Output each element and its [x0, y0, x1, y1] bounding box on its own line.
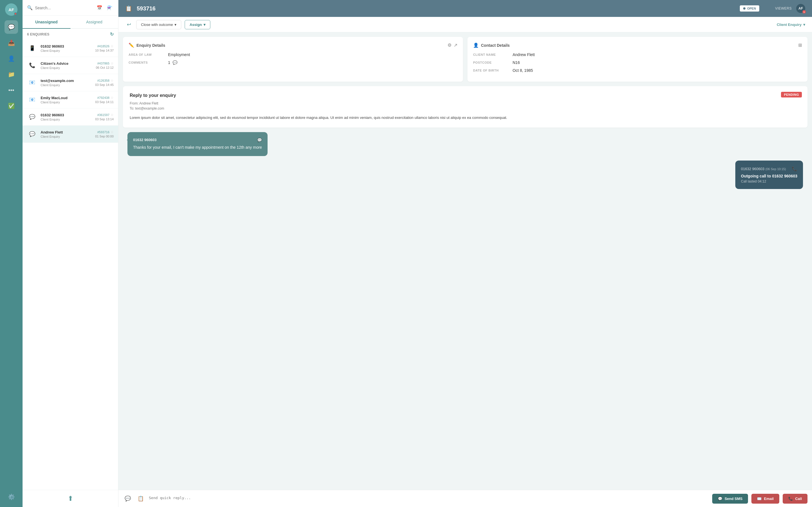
enquiry-id-4: #361597 ☆: [95, 113, 114, 117]
enquiry-id-3: #792438 ☆: [95, 96, 114, 100]
user-avatar[interactable]: AF: [5, 3, 17, 16]
assign-button[interactable]: Assign ▾: [185, 20, 210, 29]
sms-phone: 01632 960603: [133, 138, 156, 142]
nav-icon-chat[interactable]: 💬: [4, 20, 18, 34]
filter-icon[interactable]: ⚗️: [106, 4, 114, 11]
nav-icon-tasks[interactable]: ✅: [4, 99, 18, 113]
enquiry-list: 📱 01632 960603 Client Enquiry #418526 ☆ …: [22, 40, 118, 490]
client-enquiry-dropdown[interactable]: Client Enquiry ▾: [777, 22, 805, 27]
bottom-bar: 💬 📋 💬 Send SMS ✉️ Email 📞 Call: [118, 490, 812, 507]
email-body: Lorem ipsum dolor sit amet, consectetur …: [130, 115, 801, 121]
comments-row: COMMENTS 1 💬: [129, 60, 457, 65]
enquiry-date-5: 01 Sep 00:00: [95, 135, 114, 138]
content-area: ✏️ Enquiry Details ⚙ ↗ AREA OF LAW Emplo…: [118, 33, 812, 490]
search-icon: 🔍: [27, 5, 33, 10]
dob-value: Oct 8, 1985: [513, 68, 533, 73]
details-row: ✏️ Enquiry Details ⚙ ↗ AREA OF LAW Emplo…: [123, 37, 808, 82]
enquiry-item-5[interactable]: 💬 Andrew Flett Client Enquiry #593716 ☆ …: [22, 126, 118, 143]
send-sms-button[interactable]: 💬 Send SMS: [712, 494, 748, 504]
star-icon-0[interactable]: ☆: [110, 44, 114, 48]
enquiry-icon-2: 📧: [27, 77, 37, 88]
enquiry-icon-5: 💬: [27, 129, 37, 139]
sidebar: 🔍 📅 ⚗️ Unassigned Assigned 6 ENQUIRIES ↻…: [22, 0, 118, 507]
share-settings-icon[interactable]: ⚙: [448, 43, 451, 48]
search-input[interactable]: [35, 6, 93, 10]
enquiry-name-0: 01632 960603: [41, 44, 92, 48]
email-send-icon: ✉️: [757, 497, 762, 501]
enquiry-icon-3: 📧: [27, 95, 37, 105]
tab-unassigned[interactable]: Unassigned: [22, 16, 70, 28]
sms-icon: 💬: [257, 138, 262, 142]
chevron-down-icon: ▾: [174, 22, 176, 27]
pending-badge: PENDING: [781, 92, 802, 98]
enquiry-id-5: #593716 ☆: [95, 130, 114, 134]
enquiry-type-1: Client Enquiry: [41, 66, 93, 69]
enquiry-item-4[interactable]: 💬 01632 960603 Client Enquiry #361597 ☆ …: [22, 108, 118, 126]
messages-wrapper: 01632 960603 💬 Thanks for your email, I …: [123, 132, 808, 189]
close-with-outcome-button[interactable]: Close with outcome ▾: [136, 20, 181, 29]
viewers-avatar: AF 1: [796, 4, 805, 13]
calendar-icon[interactable]: 📅: [96, 4, 103, 11]
star-icon-3[interactable]: ☆: [110, 96, 114, 100]
area-of-law-value: Employment: [168, 52, 190, 57]
enquiry-name-5: Andrew Flett: [41, 130, 92, 134]
share-icon[interactable]: ↗: [454, 43, 457, 48]
enquiry-id-0: #418526 ☆: [95, 44, 114, 48]
enquiry-id-1: #437865 ☆: [96, 61, 114, 65]
star-icon-1[interactable]: ☆: [110, 61, 114, 65]
star-icon-5[interactable]: ☆: [110, 130, 114, 134]
enquiry-icon-1: 📞: [27, 60, 37, 70]
star-icon-2[interactable]: ☆: [110, 78, 114, 82]
comment-icon[interactable]: 💬: [172, 60, 177, 65]
postcode-value: N16: [513, 60, 520, 65]
attachment-icon[interactable]: 📋: [136, 494, 146, 503]
header-status-badge: OPEN: [740, 5, 759, 11]
call-button[interactable]: 📞 Call: [783, 494, 808, 504]
enquiry-date-0: 10 Sep 14:37: [95, 49, 114, 52]
email-reply-title: Reply to your enquiry: [130, 93, 801, 98]
sms-send-icon: 💬: [718, 497, 722, 501]
sidebar-tabs: Unassigned Assigned: [22, 16, 118, 29]
call-icon: 📞: [792, 166, 797, 172]
enquiry-date-3: 03 Sep 14:11: [95, 100, 114, 104]
enquiry-date-2: 03 Sep 14:45: [95, 83, 114, 87]
main-header: 📋 593716 OPEN VIEWERS AF 1: [118, 0, 812, 17]
dob-row: DATE OF BIRTH Oct 8, 1985: [473, 68, 802, 73]
sidebar-header: 6 ENQUIRIES ↻: [22, 29, 118, 40]
star-icon-4[interactable]: ☆: [110, 113, 114, 117]
nav-icon-files[interactable]: 📁: [4, 68, 18, 81]
contact-details-header: 👤 Contact Details ⊞: [473, 43, 802, 48]
email-button[interactable]: ✉️ Email: [751, 494, 779, 504]
nav-icon-inbox[interactable]: 📥: [4, 36, 18, 50]
header-enquiry-id: 593716: [137, 5, 735, 12]
contact-settings-icon[interactable]: ⊞: [798, 43, 802, 48]
upload-icon[interactable]: ⬆: [68, 495, 73, 503]
quick-reply-input[interactable]: [149, 494, 709, 504]
call-title: Outgoing call to 01632 960603: [741, 174, 797, 178]
viewers-label: VIEWERS: [775, 6, 792, 10]
enquiry-name-2: test@example.com: [41, 78, 92, 83]
enquiry-item-0[interactable]: 📱 01632 960603 Client Enquiry #418526 ☆ …: [22, 40, 118, 57]
enquiry-type-4: Client Enquiry: [41, 118, 92, 121]
enquiry-item-2[interactable]: 📧 test@example.com Client Enquiry #12635…: [22, 74, 118, 91]
nav-icon-messages[interactable]: •••: [4, 83, 18, 97]
enquiry-type-2: Client Enquiry: [41, 83, 92, 87]
enquiry-icon-0: 📱: [27, 43, 37, 53]
nav-icon-contacts[interactable]: 👤: [4, 52, 18, 65]
enquiry-header-icon: 📋: [125, 5, 132, 12]
tab-assigned[interactable]: Assigned: [70, 16, 118, 28]
viewers-badge: 1: [802, 10, 806, 13]
enquiry-item-1[interactable]: 📞 Citizen's Advice Client Enquiry #43786…: [22, 57, 118, 74]
message-icon[interactable]: 💬: [123, 494, 133, 503]
back-history-icon[interactable]: ↩: [125, 20, 133, 29]
enquiry-type-3: Client Enquiry: [41, 101, 92, 104]
call-date: (06 Sep 10:15): [765, 167, 786, 171]
edit-icon: ✏️: [129, 43, 134, 48]
enquiry-date-1: 06 Oct 12:12: [96, 66, 114, 69]
nav-icon-settings[interactable]: ⚙️: [4, 490, 18, 504]
call-bubble: 01632 960603 (06 Sep 10:15) 📞 Outgoing c…: [735, 161, 803, 189]
refresh-icon[interactable]: ↻: [110, 32, 114, 37]
upload-area[interactable]: ⬆: [22, 490, 118, 507]
enquiry-item-3[interactable]: 📧 Emily MacLoud Client Enquiry #792438 ☆…: [22, 91, 118, 108]
sms-text: Thanks for your email, I can't make my a…: [133, 145, 262, 151]
